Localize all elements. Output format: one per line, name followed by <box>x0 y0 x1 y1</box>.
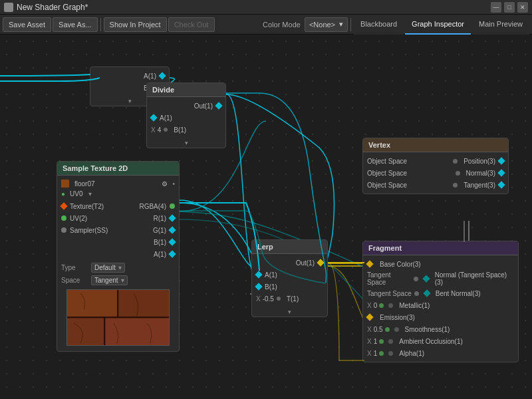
frag-ao-row: X 1 Ambient Occlusion(1) <box>363 335 518 347</box>
type-row: Type Default <box>57 261 179 274</box>
port-dot-b[interactable] <box>168 238 176 245</box>
port-label-g: G(1) <box>153 227 166 234</box>
save-asset-button[interactable]: Save Asset <box>3 17 51 32</box>
port-label-texture: Texture(T2) <box>70 203 104 210</box>
texture-outputs: RGBA(4) R(1) G(1) B(1) <box>135 200 179 260</box>
port-dot-vertex-normal-out[interactable] <box>497 169 505 176</box>
lerp-title: Lerp <box>257 243 273 251</box>
save-as-button[interactable]: Save As... <box>53 17 98 32</box>
floor-color-swatch <box>61 180 69 188</box>
port-label-vertex-normal: Normal(3) <box>466 170 495 177</box>
port-dot-sampler[interactable] <box>61 227 66 233</box>
vertex-tangent-row: Object Space Tangent(3) <box>363 179 508 191</box>
color-mode-dropdown[interactable]: <None> <box>305 17 348 32</box>
space-dropdown[interactable]: Tangent <box>91 275 128 285</box>
port-label-out1: Out(1) <box>194 102 213 110</box>
port-label-uv: UV(2) <box>70 215 87 222</box>
port-dot-frag-normal-in[interactable] <box>414 277 418 281</box>
port-dot-frag-metallic2[interactable] <box>388 303 393 308</box>
collapse-btn-divide[interactable]: ▾ <box>147 138 225 148</box>
vertex-tangent-input: Object Space <box>367 182 453 189</box>
port-dot-divide-b-input[interactable] <box>164 128 168 132</box>
port-dot-frag-smooth[interactable] <box>385 327 390 332</box>
node-divide: Divide Out(1) A(1) X 4 B(1) ▾ <box>146 82 226 148</box>
port-dot-vertex-normal-in[interactable] <box>456 171 460 176</box>
window-title: New Shader Graph* <box>17 3 491 12</box>
frag-smoothness-row: X 0.5 Smoothness(1) <box>363 323 518 335</box>
space-row: Space Tangent <box>57 274 179 287</box>
collapse-btn-lerp[interactable]: ▾ <box>252 307 327 317</box>
port-row-a1-out: A(1) <box>90 70 169 82</box>
port-dot-lerp-b[interactable] <box>255 283 262 290</box>
port-dot-frag-alpha2[interactable] <box>388 351 393 356</box>
frag-ao-x-label: X <box>367 338 372 345</box>
frag-normal-row: Tangent Space Normal (Tangent Space)(3) <box>363 270 518 287</box>
vertex-normal-input: Object Space <box>367 170 456 177</box>
port-dot-lerp-out[interactable] <box>317 259 324 266</box>
texture-svg <box>67 290 170 346</box>
port-dot-divide-a[interactable] <box>150 114 157 121</box>
uv-dot[interactable]: ● <box>61 190 65 198</box>
port-lerp-out: Out(1) <box>252 257 327 269</box>
svg-rect-5 <box>106 319 170 346</box>
maximize-button[interactable]: □ <box>504 2 515 13</box>
texture-preview <box>66 289 170 346</box>
port-dot-frag-alpha[interactable] <box>379 351 384 356</box>
main-preview-tab[interactable]: Main Preview <box>472 15 529 35</box>
port-dot-divide-out[interactable] <box>215 102 222 109</box>
port-label-a: A(1) <box>154 251 166 258</box>
port-dot-texture-in[interactable] <box>60 202 67 209</box>
port-dot-vertex-pos-out[interactable] <box>497 157 505 164</box>
port-dot-frag-emission[interactable] <box>366 313 373 321</box>
port-uv-in: UV(2) <box>57 212 112 224</box>
port-dot-vertex-tangent-out[interactable] <box>497 181 505 188</box>
port-lerp-b: B(1) <box>252 281 327 293</box>
texture-dots-icon[interactable]: • <box>172 180 175 188</box>
port-g-out: G(1) <box>135 224 179 236</box>
port-label-frag-ao: Ambient Occlusion(1) <box>399 338 463 345</box>
frag-bentnormal-row: Tangent Space Bent Normal(3) <box>363 287 518 299</box>
port-divide-a: A(1) <box>147 112 225 124</box>
canvas-area[interactable]: A(1) B(1) ▾ Divide Out(1) A(1) X <box>0 35 532 399</box>
uv-label: UV0 <box>70 190 82 198</box>
port-dot-a1-out[interactable] <box>158 72 166 79</box>
blackboard-tab[interactable]: Blackboard <box>354 15 404 35</box>
port-dot-vertex-pos-in[interactable] <box>453 159 458 164</box>
port-dot-frag-basecolor[interactable] <box>366 260 373 267</box>
type-label: Type <box>61 264 91 271</box>
frag-bentnormal-input-label: Tangent Space <box>367 290 412 297</box>
port-dot-frag-ao[interactable] <box>379 339 384 344</box>
port-dot-frag-ao2[interactable] <box>388 339 393 344</box>
port-dot-lerp-a[interactable] <box>255 271 262 278</box>
texture-settings-icon[interactable]: ⚙ <box>162 180 168 188</box>
texture-ports: Texture(T2) UV(2) Sampler(SS) RGBA(4) <box>57 199 179 261</box>
port-dot-vertex-tangent-in[interactable] <box>453 183 458 188</box>
port-dot-rgba[interactable] <box>170 203 175 209</box>
uv-settings[interactable]: ▾ <box>88 190 92 198</box>
port-label-frag-metallic: Metallic(1) <box>399 302 430 309</box>
type-dropdown[interactable]: Default <box>91 263 125 273</box>
minimize-button[interactable]: — <box>491 2 501 13</box>
port-dot-a[interactable] <box>168 250 176 257</box>
frag-metallic-value: 0 <box>374 302 378 309</box>
port-label-lerp-out: Out(1) <box>296 259 315 267</box>
port-dot-r[interactable] <box>168 214 176 221</box>
port-sampler-in: Sampler(SS) <box>57 224 112 236</box>
frag-alpha-value: 1 <box>374 350 378 357</box>
port-dot-lerp-t[interactable] <box>277 297 281 301</box>
port-dot-frag-metallic[interactable] <box>379 303 384 308</box>
port-dot-frag-bentnormal-in[interactable] <box>414 291 419 296</box>
close-button[interactable]: ✕ <box>517 2 528 13</box>
port-label-vertex-pos: Position(3) <box>464 158 495 165</box>
port-dot-uv-in[interactable] <box>61 215 66 221</box>
port-dot-g[interactable] <box>168 226 176 233</box>
port-b-out: B(1) <box>135 236 179 248</box>
port-label-frag-basecolor: Base Color(3) <box>380 261 421 268</box>
show-in-project-button[interactable]: Show In Project <box>104 17 167 32</box>
node-vertex-header: Vertex <box>363 138 508 152</box>
port-dot-frag-normal-teal[interactable] <box>422 275 430 282</box>
port-dot-frag-bentnormal-teal[interactable] <box>423 289 430 297</box>
graph-inspector-tab[interactable]: Graph Inspector <box>405 15 471 35</box>
port-dot-frag-smooth2[interactable] <box>394 327 399 332</box>
check-out-button[interactable]: Check Out <box>168 17 215 32</box>
